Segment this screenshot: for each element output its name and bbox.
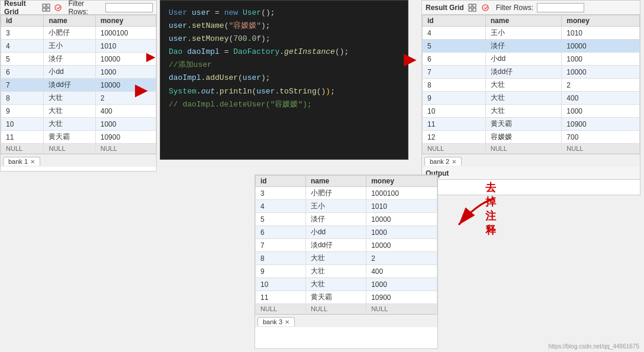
cell-name: 小dd: [305, 226, 366, 239]
panel1-tab-close[interactable]: ✕: [30, 159, 35, 165]
cell-money: 1000: [366, 278, 437, 291]
panel1: Result Grid Filter Rows: id name money 3…: [0, 0, 157, 172]
cell-name: 淡dd仔: [44, 79, 95, 92]
svg-rect-3: [47, 8, 50, 11]
cell-null: NULL: [305, 304, 366, 314]
code-line-8: // daoImpl.deleteUser("容嫒嫒");: [169, 98, 400, 111]
watermark: https://blog.csdn.net/qq_44861675: [549, 343, 639, 350]
cell-money: 1000: [366, 226, 437, 239]
cell-money: 10000: [562, 40, 640, 53]
table-row: 4王小1010: [1, 40, 156, 53]
cell-name: 小肥仔: [44, 27, 95, 40]
code-line-7: System.out.println(user.toString());: [169, 85, 400, 98]
cell-id: 11: [256, 291, 306, 304]
cell-id: 8: [423, 79, 486, 92]
filter-icon-1: [54, 3, 62, 12]
cell-null: NULL: [423, 144, 486, 154]
cell-name: 淡仔: [305, 213, 366, 226]
cell-name: 小dd: [44, 66, 95, 79]
table-row-null: NULLNULLNULL: [256, 304, 437, 314]
svg-rect-0: [43, 4, 46, 7]
cell-id: 12: [423, 131, 486, 144]
panel3-tab[interactable]: bank 3 ✕: [257, 317, 295, 326]
cell-money: 1010: [562, 27, 640, 40]
cell-null: NULL: [1, 144, 44, 154]
code-line-1: User user = new User();: [169, 7, 400, 20]
p2-col-id: id: [423, 15, 486, 27]
table-row: 4王小1010: [256, 200, 437, 213]
cell-id: 6: [423, 53, 486, 66]
arrow-left: ▶: [146, 44, 156, 70]
cell-id: 10: [256, 278, 306, 291]
code-line-2: user.setName("容嫒嫒");: [169, 20, 400, 33]
panel2-tab[interactable]: bank 2 ✕: [424, 157, 462, 166]
panel3-tabbar: bank 3 ✕: [255, 314, 437, 327]
cell-null: NULL: [256, 304, 306, 314]
table-row: 9大壮400: [423, 92, 640, 105]
arrow-code-to-panel2: ▶: [404, 50, 416, 69]
panel1-tab[interactable]: bank 1 ✕: [3, 157, 40, 166]
panel1-title: Result Grid: [4, 0, 38, 16]
cell-id: 4: [1, 40, 44, 53]
cell-name: 淡dd仔: [305, 239, 366, 252]
cell-money: 400: [366, 265, 437, 278]
panel1-filter-label: Filter Rows:: [68, 0, 102, 16]
p3-col-money: money: [366, 176, 437, 187]
cell-id: 8: [256, 252, 306, 265]
cell-id: 5: [1, 53, 44, 66]
table-row: 10大壮1000: [423, 105, 640, 118]
cell-name: 黄天霸: [44, 131, 95, 144]
code-panel: User user = new User(); user.setName("容嫒…: [160, 0, 408, 160]
table-row: 5淡仔10000: [1, 53, 156, 66]
cell-money: 400: [562, 92, 640, 105]
table-row: 7淡dd仔10000: [256, 239, 437, 252]
cell-name: 大壮: [485, 105, 562, 118]
table-row: 10大壮1000: [256, 278, 437, 291]
cell-id: 10: [1, 118, 44, 131]
cell-id: 11: [1, 131, 44, 144]
panel1-filter-input[interactable]: [105, 3, 153, 12]
cell-id: 9: [256, 265, 306, 278]
cell-id: 3: [256, 187, 306, 200]
col-id: id: [1, 15, 44, 27]
cell-money: 2: [366, 252, 437, 265]
panel2-filter-input[interactable]: [537, 3, 584, 12]
panel2: Result Grid Filter Rows: id name money 4…: [421, 0, 640, 195]
cell-name: 王小: [44, 40, 95, 53]
cell-name: 王小: [305, 200, 366, 213]
cell-money: 700: [562, 131, 640, 144]
cell-id: 6: [1, 66, 44, 79]
panel2-tab-close[interactable]: ✕: [452, 159, 456, 165]
table-row: 11黄天霸10900: [1, 131, 156, 144]
svg-rect-1: [47, 4, 50, 7]
cell-money: 2: [562, 79, 640, 92]
panel3-tab-close[interactable]: ✕: [285, 319, 289, 325]
cell-name: 黄天霸: [305, 291, 366, 304]
table-row: 9大壮400: [256, 265, 437, 278]
grid-icon-2: [468, 3, 477, 12]
table-row: 10大壮1000: [1, 118, 156, 131]
table-row: 11黄天霸10900: [256, 291, 437, 304]
table-row: 8大壮2: [1, 92, 156, 105]
panel3-table: id name money 3小肥仔10001004王小10105淡仔10000…: [255, 175, 437, 314]
cell-id: 6: [256, 226, 306, 239]
cell-name: 王小: [485, 27, 562, 40]
panel1-header: Result Grid Filter Rows:: [1, 1, 156, 15]
cell-money: 10000: [366, 213, 437, 226]
table-row: 5淡仔10000: [423, 40, 640, 53]
cell-name: 淡dd仔: [485, 66, 562, 79]
p3-col-id: id: [256, 176, 306, 187]
cell-id: 5: [256, 213, 306, 226]
cell-null: NULL: [44, 144, 95, 154]
svg-rect-5: [469, 4, 472, 7]
table-row: 6小dd1000: [256, 226, 437, 239]
cell-name: 小dd: [485, 53, 562, 66]
cell-money: 1000100: [366, 187, 437, 200]
cell-name: 容嫒嫒: [485, 131, 562, 144]
cell-money: 10900: [562, 118, 640, 131]
cell-name: 淡仔: [44, 53, 95, 66]
cell-name: 小肥仔: [305, 187, 366, 200]
arrow-panel1-to-code: ▶: [135, 81, 147, 99]
table-row: 3小肥仔1000100: [256, 187, 437, 200]
annotation-arrow: [447, 195, 506, 231]
